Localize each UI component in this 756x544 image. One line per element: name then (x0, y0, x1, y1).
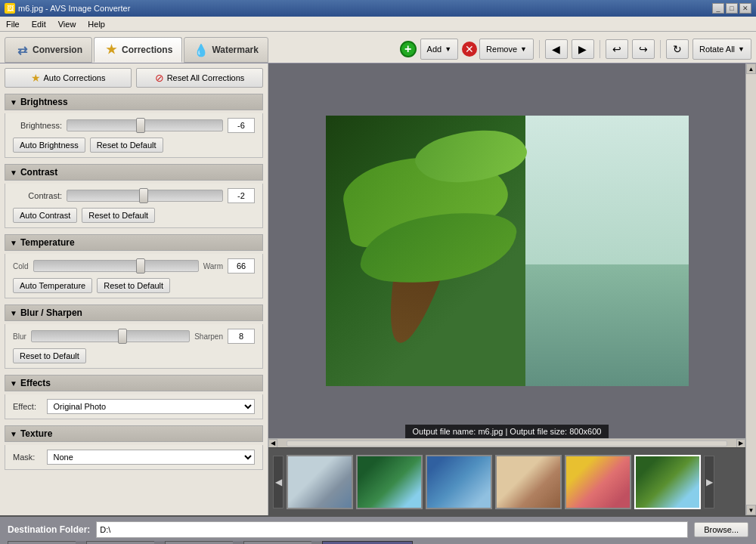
thumb-prev-arrow[interactable]: ◀ (273, 456, 284, 508)
blur-sharpen-slider[interactable] (31, 330, 190, 342)
brightness-slider[interactable] (67, 119, 223, 131)
destination-label: Destination Folder: (8, 524, 90, 535)
blur-btn-row: Reset to Default (13, 348, 255, 363)
blur-sharpen-reset-button[interactable]: Reset to Default (13, 348, 86, 363)
thumbnail-2[interactable] (356, 455, 423, 509)
thumb-next-arrow[interactable]: ▶ (704, 456, 714, 508)
scroll-track-v[interactable] (746, 74, 756, 505)
scroll-right-arrow[interactable]: ▶ (736, 439, 745, 448)
correction-toolbar: ★ Auto Corrections ⊘ Reset All Correctio… (5, 68, 263, 88)
brightness-value: -6 (228, 118, 255, 133)
brightness-slider-row: Brightness: -6 (13, 118, 255, 133)
left-panel: ★ Auto Corrections ⊘ Reset All Correctio… (0, 63, 268, 515)
scroll-down-arrow[interactable]: ▼ (746, 505, 756, 515)
nav-right-button[interactable]: ▶ (572, 39, 594, 59)
rotate-button[interactable]: Rotate All ▼ (692, 39, 751, 60)
mask-label: Mask: (13, 453, 42, 462)
temperature-reset-button[interactable]: Reset to Default (97, 278, 170, 293)
minimize-button[interactable]: _ (712, 3, 724, 14)
contrast-value: -2 (228, 188, 255, 203)
refresh-button[interactable]: ↻ (666, 39, 689, 59)
effects-content: Effect: Original Photo Sepia Grayscale (5, 394, 263, 419)
temperature-slider[interactable] (33, 260, 199, 272)
separator-1 (539, 40, 540, 58)
menu-file[interactable]: File (3, 18, 23, 30)
thumbnail-4[interactable] (495, 455, 562, 509)
auto-brightness-button[interactable]: Auto Brightness (13, 138, 85, 153)
convert-now-button[interactable]: Convert Now! (322, 541, 413, 544)
contrast-slider[interactable] (67, 190, 223, 202)
sharpen-label: Sharpen (194, 332, 223, 341)
temperature-header[interactable]: ▼ Temperature (5, 234, 263, 251)
destination-input[interactable] (96, 521, 688, 538)
browse-button[interactable]: Browse... (694, 522, 748, 537)
remove-group: ✕ Remove ▼ (462, 39, 534, 60)
remove-button[interactable]: Remove ▼ (479, 39, 534, 60)
thumbnail-1[interactable] (287, 455, 353, 509)
temperature-btn-row: Auto Temperature Reset to Default (13, 278, 255, 293)
scroll-left-arrow[interactable]: ◀ (268, 439, 277, 448)
menu-view[interactable]: View (55, 18, 79, 30)
brightness-reset-button[interactable]: Reset to Default (90, 138, 163, 153)
reset-corrections-label: Reset All Corrections (167, 73, 245, 82)
workflow-resize-button[interactable]: ⊞ Resize (86, 541, 154, 544)
tab-corrections[interactable]: ★ Corrections (94, 37, 182, 63)
workflow-convert-jpeg-button[interactable]: 💾 Convert to Jpeg (243, 541, 311, 544)
brightness-header[interactable]: ▼ Brightness (5, 94, 263, 110)
brightness-arrow: ▼ (10, 98, 17, 107)
workflow-images-button[interactable]: 🖼 26 Images (8, 541, 76, 544)
temperature-slider-row: Cold Warm 66 (13, 258, 255, 274)
thumb-4-img (497, 456, 560, 508)
tab-conversion[interactable]: ⇄ Conversion (5, 37, 92, 63)
add-label: Add (427, 45, 442, 54)
auto-corrections-label: Auto Corrections (44, 73, 106, 82)
add-icon[interactable]: + (400, 41, 417, 57)
texture-arrow: ▼ (10, 430, 17, 438)
menu-edit[interactable]: Edit (29, 18, 49, 30)
contrast-reset-button[interactable]: Reset to Default (82, 208, 155, 223)
blur-sharpen-header[interactable]: ▼ Blur / Sharpen (5, 304, 263, 321)
auto-corrections-button[interactable]: ★ Auto Corrections (5, 68, 132, 88)
add-button[interactable]: Add ▼ (420, 39, 459, 60)
main-image-container (326, 116, 689, 386)
watermark-icon: 💧 (194, 42, 209, 57)
effect-select[interactable]: Original Photo Sepia Grayscale (47, 399, 255, 414)
maximize-button[interactable]: □ (726, 3, 738, 14)
window-controls: _ □ ✕ (712, 3, 751, 14)
nav-left-button[interactable]: ◀ (545, 39, 568, 59)
thumbnail-5[interactable] (565, 455, 631, 509)
remove-icon[interactable]: ✕ (462, 42, 477, 57)
blur-sharpen-slider-row: Blur Sharpen 8 (13, 329, 255, 344)
mask-select[interactable]: None Canvas Paper (47, 450, 255, 465)
contrast-header[interactable]: ▼ Contrast (5, 164, 263, 181)
temperature-label: Temperature (20, 237, 75, 248)
nav-start-button[interactable]: ↩ (606, 39, 628, 59)
effects-field-row: Effect: Original Photo Sepia Grayscale (13, 399, 255, 414)
tab-watermark[interactable]: 💧 Watermark (184, 37, 268, 63)
thumbnail-6[interactable] (634, 455, 701, 509)
reset-corrections-button[interactable]: ⊘ Reset All Corrections (136, 68, 263, 88)
image-content: Output file name: m6.jpg | Output file s… (268, 63, 745, 515)
remove-dropdown-icon[interactable]: ▼ (520, 45, 527, 53)
auto-temperature-button[interactable]: Auto Temperature (13, 278, 92, 293)
texture-header[interactable]: ▼ Texture (5, 425, 263, 442)
workflow-corrections-button[interactable]: ★ Corrections (165, 541, 233, 544)
effects-header[interactable]: ▼ Effects (5, 375, 263, 391)
add-dropdown-icon[interactable]: ▼ (445, 45, 451, 53)
scroll-up-arrow[interactable]: ▲ (746, 63, 756, 74)
scroll-track-h[interactable] (287, 440, 727, 447)
texture-section: ▼ Texture Mask: None Canvas Paper (5, 425, 263, 470)
arrow-2: ▶ (154, 541, 165, 544)
contrast-label: Contrast (20, 167, 57, 178)
rotate-dropdown-icon[interactable]: ▼ (738, 45, 745, 53)
effect-label: Effect: (13, 402, 42, 411)
close-button[interactable]: ✕ (739, 3, 751, 14)
nav-end-button[interactable]: ↪ (632, 39, 655, 59)
effects-section: ▼ Effects Effect: Original Photo Sepia G… (5, 375, 263, 419)
auto-contrast-button[interactable]: Auto Contrast (13, 208, 77, 223)
arrow-3: ▶ (233, 541, 243, 544)
brightness-btn-row: Auto Brightness Reset to Default (13, 138, 255, 153)
thumbnail-3[interactable] (426, 455, 492, 509)
menu-help[interactable]: Help (85, 18, 108, 30)
blur-label: Blur (13, 332, 26, 341)
